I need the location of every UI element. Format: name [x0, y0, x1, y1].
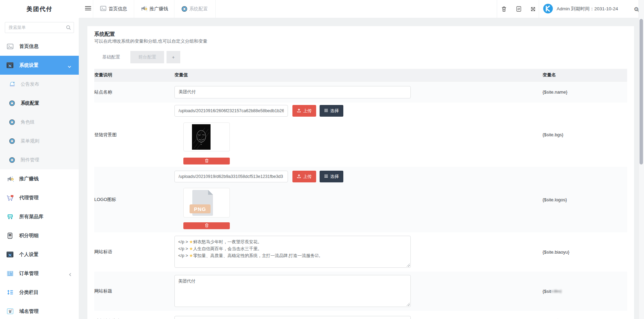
login-bg-preview[interactable] — [183, 123, 230, 151]
upload-icon — [297, 174, 301, 179]
sidebar-item-label: 积分明细 — [19, 233, 39, 239]
list-icon — [324, 174, 328, 179]
upload-button[interactable]: 上传 — [292, 105, 316, 117]
doc-refresh-icon[interactable] — [513, 0, 525, 18]
megaphone-icon: $ — [140, 6, 147, 12]
sidebar-item-categories[interactable]: 分类栏目 — [0, 283, 79, 302]
site-title-textarea[interactable]: 美团代付 — [174, 275, 411, 307]
upload-button[interactable]: 上传 — [292, 171, 316, 182]
sidebar-subitem-menurule[interactable]: 菜单规则 — [0, 131, 79, 150]
search-input[interactable] — [5, 22, 74, 33]
scrollbar-thumb[interactable] — [640, 19, 643, 164]
brand-logo: 美团代付 — [26, 5, 53, 13]
topnav-tab-label: 首页信息 — [109, 6, 127, 12]
choose-button[interactable]: 选择 — [320, 171, 343, 182]
delete-image-button[interactable] — [183, 222, 230, 229]
bell-icon — [8, 81, 16, 87]
logo-avatar — [543, 3, 553, 15]
sort-lines-icon — [6, 289, 14, 295]
resize-grip-icon[interactable] — [407, 264, 410, 267]
hamburger-icon[interactable] — [85, 6, 91, 11]
tab-front-config[interactable]: 前台配置 — [130, 51, 164, 63]
file-fold-corner — [208, 190, 213, 195]
row-label: 登陆背景图 — [94, 103, 174, 167]
trash-icon[interactable] — [498, 0, 510, 18]
add-tab-button[interactable]: + — [167, 51, 180, 63]
admin-domain-input[interactable] — [174, 316, 411, 319]
main-panel: 系统配置 可以在此增改系统的变量和分组,也可以自定义分组和变量 基础配置 前台配… — [87, 26, 634, 319]
topbar: 美团代付 首页信息 $ 推广赚钱 系统配置 — [0, 0, 644, 18]
logo-preview[interactable]: PNG — [183, 188, 230, 217]
topbar-nav-tabs: 首页信息 $ 推广赚钱 系统配置 — [93, 0, 216, 18]
row-varname: {$site.titles} — [543, 272, 627, 311]
sidebar-subitem-rolegroup[interactable]: 角色组 — [0, 113, 79, 131]
svg-text:$: $ — [12, 178, 13, 180]
cart-icon — [6, 195, 14, 201]
megaphone-icon: $ — [6, 176, 14, 182]
page-title: 系统配置 — [94, 31, 627, 37]
fullscreen-icon[interactable] — [527, 0, 539, 18]
scrollbar-track[interactable] — [638, 0, 644, 319]
row-label: 网站标语 — [94, 232, 174, 272]
search-icon — [66, 25, 71, 31]
sidebar-item-dish-library[interactable]: 所有菜品库 — [0, 207, 79, 226]
ring-icon — [8, 139, 16, 143]
row-label: 后台域名绑定 — [94, 311, 174, 319]
column-header-name: 变量名 — [543, 69, 627, 81]
row-label: LOGO图标 — [94, 167, 174, 232]
topnav-tab-label: 系统配置 — [189, 6, 208, 12]
domain-icon: w — [6, 308, 14, 314]
admin-expiry-text: Admin 到期时间：2031-10-24 — [557, 6, 618, 12]
admin-account[interactable]: Admin 到期时间：2031-10-24 — [543, 0, 618, 18]
row-label: 站点名称 — [94, 82, 174, 103]
column-header-desc: 变量说明 — [94, 69, 174, 81]
sidebar-item-home[interactable]: 首页信息 — [0, 37, 79, 56]
sidebar-item-promo[interactable]: $ 推广赚钱 — [0, 169, 79, 188]
slogan-textarea[interactable]: </p > ★鲜衣怒马少年时，一夜望尽長安花。 </p > ★人生自信两百年，会… — [174, 236, 411, 268]
sidebar-item-label: 域名管理 — [19, 308, 39, 315]
login-bg-path-input[interactable] — [174, 105, 288, 117]
topnav-tab-promo[interactable]: $ 推广赚钱 — [134, 0, 174, 18]
sidebar-item-points[interactable]: $ 积分明细 — [0, 226, 79, 245]
sidebar-search — [5, 22, 74, 33]
sidebar-subitem-label: 公告发布 — [21, 81, 39, 87]
ring-icon — [8, 120, 16, 125]
sidebar-item-orders[interactable]: 订单管理 — [0, 264, 79, 283]
sidebar-item-agents[interactable]: 代理管理 — [0, 188, 79, 207]
sidebar-item-label: 系统设置 — [19, 62, 39, 68]
mask-image-thumb — [192, 124, 211, 151]
logo-path-input[interactable] — [174, 171, 288, 182]
window-tools-icon — [6, 252, 14, 257]
sidebar-item-domains[interactable]: w 域名管理 — [0, 302, 79, 319]
ring-icon — [8, 101, 16, 106]
sidebar-item-label: 个人设置 — [19, 252, 39, 258]
site-name-input[interactable] — [174, 86, 411, 98]
column-header-value: 变量值 — [174, 69, 543, 81]
chevron-down-icon — [68, 64, 71, 69]
obscured-text: e.titles} — [551, 289, 562, 293]
sidebar-subitem-sysconfig[interactable]: 系统配置 — [0, 94, 79, 113]
topnav-tab-sysconfig[interactable]: 系统配置 — [174, 0, 216, 18]
sidebar-item-personal-settings[interactable]: 个人设置 — [0, 245, 79, 264]
sidebar-item-label: 分类栏目 — [19, 289, 39, 296]
row-varname: {$site.biaoyu} — [543, 232, 627, 272]
resize-grip-icon[interactable] — [407, 303, 410, 306]
table-row-site-name: 站点名称 {$site.name} — [94, 82, 627, 103]
row-varname: {$site.name} — [543, 82, 627, 103]
ring-icon — [182, 7, 187, 11]
sidebar-subitem-label: 附件管理 — [21, 157, 39, 163]
tab-basic-config[interactable]: 基础配置 — [94, 51, 128, 63]
delete-image-button[interactable] — [183, 158, 230, 164]
sidebar-item-system-settings[interactable]: 系统设置 — [0, 56, 79, 75]
topbar-divider — [539, 0, 539, 18]
phone-dollar-icon: $ — [6, 233, 14, 239]
config-table: 变量说明 变量值 变量名 站点名称 {$site.name} 登陆背景图 上传 — [94, 69, 627, 319]
topnav-tab-home[interactable]: 首页信息 — [93, 0, 134, 18]
choose-button[interactable]: 选择 — [320, 105, 343, 117]
row-label: 网站标题 — [94, 272, 174, 311]
config-tabs: 基础配置 前台配置 + — [94, 51, 627, 63]
row-varname: {$site.bgs} — [543, 103, 627, 167]
sidebar-subitem-label: 角色组 — [21, 119, 35, 125]
sidebar-subitem-announcement[interactable]: 公告发布 — [0, 75, 79, 94]
sidebar-subitem-attachment[interactable]: 附件管理 — [0, 150, 79, 169]
